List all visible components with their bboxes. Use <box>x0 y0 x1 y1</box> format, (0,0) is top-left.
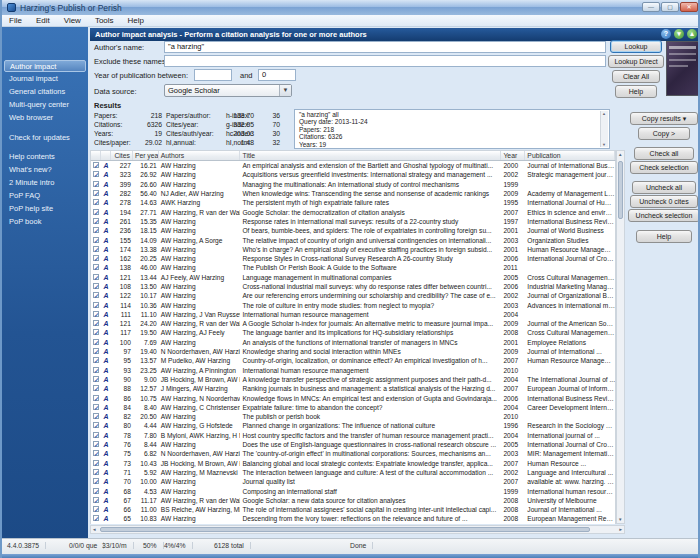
row-checkbox[interactable]: ✓ <box>91 282 101 291</box>
table-row[interactable]: ✓A804.44AW Harzing, G HofstedePlanned ch… <box>91 421 615 430</box>
checkbox-icon[interactable]: ✓ <box>93 376 99 382</box>
year-from-input[interactable] <box>194 69 232 81</box>
vertical-scrollbar[interactable] <box>616 150 625 524</box>
vertical-scrollbar-thumb[interactable] <box>618 161 623 219</box>
row-checkbox[interactable]: ✓ <box>91 468 101 477</box>
row-checkbox[interactable]: ✓ <box>91 291 101 300</box>
checkbox-icon[interactable]: ✓ <box>93 274 99 280</box>
table-row[interactable]: ✓A9323.25AW Harzing, A PinningtonInterna… <box>91 366 615 375</box>
sidebar-item-multi-query-center[interactable]: Multi-query center <box>4 99 86 111</box>
checkbox-icon[interactable]: ✓ <box>93 404 99 410</box>
checkbox-column-header[interactable] <box>91 151 101 160</box>
table-row[interactable]: ✓A8610.75AW Harzing, N NoorderhavenKnowl… <box>91 393 615 402</box>
checkbox-icon[interactable]: ✓ <box>93 348 99 354</box>
row-checkbox[interactable]: ✓ <box>91 375 101 384</box>
row-checkbox[interactable]: ✓ <box>91 366 101 375</box>
checkbox-icon[interactable]: ✓ <box>93 357 99 363</box>
check-selection-button[interactable]: Check selection <box>630 161 698 174</box>
row-checkbox[interactable]: ✓ <box>91 412 101 421</box>
sidebar-item-web-browser[interactable]: Web browser <box>4 112 86 124</box>
sidebar-item-author-impact[interactable]: Author impact <box>4 60 86 72</box>
pop-book-cover-image[interactable] <box>666 41 699 96</box>
checkbox-icon[interactable]: ✓ <box>93 264 99 270</box>
row-checkbox[interactable]: ✓ <box>91 356 101 365</box>
row-checkbox[interactable]: ✓ <box>91 449 101 458</box>
table-row[interactable]: ✓A7310.43JB Hocking, M Brown, AW Harzing… <box>91 459 615 468</box>
clear-all-button[interactable]: Clear All <box>612 70 660 83</box>
table-row[interactable]: ✓A23618.15AW HarzingOf bears, bumble-bee… <box>91 226 615 235</box>
table-row[interactable]: ✓A19427.71AW Harzing, R van der WalGoogl… <box>91 207 615 216</box>
table-row[interactable]: ✓A684.53AW HarzingComposing an internati… <box>91 486 615 495</box>
data-source-select[interactable]: Google Scholar ▼ <box>164 84 292 97</box>
table-row[interactable]: ✓A7010.00AW HarzingJournal quality list2… <box>91 477 615 486</box>
close-button[interactable]: ✕ <box>680 2 698 12</box>
table-row[interactable]: ✓A6611.00BS Reiche, AW Harzing, ML Kraim… <box>91 505 615 514</box>
title-bar[interactable]: Harzing's Publish or Perish — ▢ ✕ <box>2 0 700 15</box>
per-year-column-header[interactable]: Per year <box>133 151 159 160</box>
row-checkbox[interactable]: ✓ <box>91 198 101 207</box>
sidebar-item-2-minute-intro[interactable]: 2 Minute intro <box>4 177 86 189</box>
checkbox-icon[interactable]: ✓ <box>93 237 99 243</box>
table-header[interactable]: CitesPer yearAuthorsTitleYearPublication <box>90 150 616 161</box>
sidebar-item-pop-help-site[interactable]: PoP help site <box>4 203 86 215</box>
row-checkbox[interactable]: ✓ <box>91 273 101 282</box>
checkbox-icon[interactable]: ✓ <box>93 218 99 224</box>
checkbox-icon[interactable]: ✓ <box>93 162 99 168</box>
table-row[interactable]: ✓A28256.40NJ Adler, AW HarzingWhen knowl… <box>91 189 615 198</box>
checkbox-icon[interactable]: ✓ <box>93 413 99 419</box>
checkbox-icon[interactable]: ✓ <box>93 469 99 475</box>
checkbox-icon[interactable]: ✓ <box>93 292 99 298</box>
strip-expand-icon[interactable]: ▴ <box>687 29 697 39</box>
checkbox-icon[interactable]: ✓ <box>93 181 99 187</box>
table-row[interactable]: ✓A768.44AW HarzingDoes the use of Englis… <box>91 440 615 449</box>
row-checkbox[interactable]: ✓ <box>91 394 101 403</box>
table-row[interactable]: ✓A848.40AW Harzing, C ChristensenExpatri… <box>91 403 615 412</box>
exclude-names-input[interactable] <box>164 55 606 67</box>
row-checkbox[interactable]: ✓ <box>91 440 101 449</box>
table-row[interactable]: ✓A16220.25AW HarzingResponse Styles in C… <box>91 254 615 263</box>
table-row[interactable]: ✓A11111.10AW Harzing, J Van RuysseveldtI… <box>91 310 615 319</box>
year-to-input[interactable]: 0 <box>258 69 296 81</box>
summary-scrollbar[interactable] <box>600 111 608 147</box>
row-checkbox[interactable]: ✓ <box>91 328 101 337</box>
table-row[interactable]: ✓A12124.20AW Harzing, R van der WalA Goo… <box>91 319 615 328</box>
horizontal-scrollbar-thumb[interactable] <box>100 527 590 532</box>
table-row[interactable]: ✓A1007.69AW HarzingAn analysis of the fu… <box>91 338 615 347</box>
row-checkbox[interactable]: ✓ <box>91 301 101 310</box>
checkbox-icon[interactable]: ✓ <box>93 311 99 317</box>
author-name-input[interactable]: "a harzing" <box>164 41 606 53</box>
checkbox-icon[interactable]: ✓ <box>93 302 99 308</box>
row-checkbox[interactable]: ✓ <box>91 170 101 179</box>
table-row[interactable]: ✓A26115.35AW HarzingResponse rates in in… <box>91 217 615 226</box>
table-row[interactable]: ✓A715.92AW Harzing, M MaznevskiThe inter… <box>91 468 615 477</box>
sidebar-item-what-s-new-[interactable]: What's new? <box>4 164 86 176</box>
checkbox-icon[interactable]: ✓ <box>93 199 99 205</box>
row-checkbox[interactable]: ✓ <box>91 161 101 170</box>
row-checkbox[interactable]: ✓ <box>91 263 101 272</box>
checkbox-icon[interactable]: ✓ <box>93 432 99 438</box>
row-checkbox[interactable]: ✓ <box>91 254 101 263</box>
row-checkbox[interactable]: ✓ <box>91 217 101 226</box>
row-checkbox[interactable]: ✓ <box>91 431 101 440</box>
cites-column-header[interactable]: Cites <box>111 151 133 160</box>
checkbox-icon[interactable]: ✓ <box>93 385 99 391</box>
table-row[interactable]: ✓A11410.36AW HarzingThe role of culture … <box>91 300 615 309</box>
row-checkbox[interactable]: ✓ <box>91 347 101 356</box>
sidebar-item-pop-book[interactable]: PoP book <box>4 216 86 228</box>
checkbox-icon[interactable]: ✓ <box>93 255 99 261</box>
checkbox-icon[interactable]: ✓ <box>93 227 99 233</box>
publication-column-header[interactable]: Publication <box>525 151 615 160</box>
table-row[interactable]: ✓A9513.57M Pudelko, AW HarzingCountry-of… <box>91 356 615 365</box>
checkbox-icon[interactable]: ✓ <box>93 320 99 326</box>
sidebar-item-pop-faq[interactable]: PoP FAQ <box>4 190 86 202</box>
checkbox-icon[interactable]: ✓ <box>93 422 99 428</box>
row-checkbox[interactable]: ✓ <box>91 505 101 514</box>
table-row[interactable]: ✓A6711.17AW Harzing, R van der WalGoogle… <box>91 496 615 505</box>
checkbox-icon[interactable]: ✓ <box>93 190 99 196</box>
row-checkbox[interactable]: ✓ <box>91 189 101 198</box>
row-checkbox[interactable]: ✓ <box>91 421 101 430</box>
strip-collapse-icon[interactable]: ▾ <box>674 29 684 39</box>
row-checkbox[interactable]: ✓ <box>91 459 101 468</box>
horizontal-scrollbar[interactable] <box>90 525 625 534</box>
table-row[interactable]: ✓A10813.50AW HarzingCross-national indus… <box>91 282 615 291</box>
